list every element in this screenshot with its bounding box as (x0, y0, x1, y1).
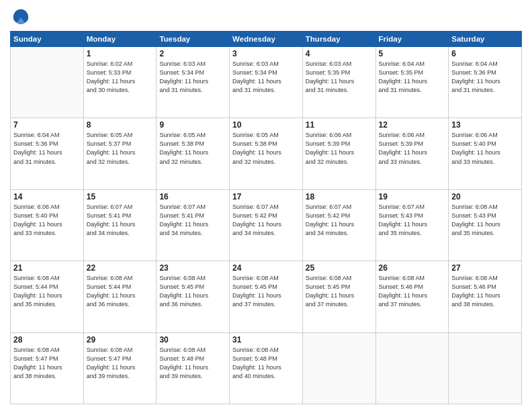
week-row-2: 14Sunrise: 6:06 AM Sunset: 5:40 PM Dayli… (11, 189, 522, 261)
day-number: 21 (13, 263, 81, 273)
day-cell-13: 13Sunrise: 6:06 AM Sunset: 5:40 PM Dayli… (449, 118, 522, 189)
empty-cell (302, 332, 375, 404)
day-cell-4: 4Sunrise: 6:03 AM Sunset: 5:35 PM Daylig… (302, 47, 375, 118)
day-cell-27: 27Sunrise: 6:08 AM Sunset: 5:46 PM Dayli… (449, 261, 522, 332)
day-cell-31: 31Sunrise: 6:08 AM Sunset: 5:48 PM Dayli… (230, 332, 303, 404)
day-number: 13 (451, 120, 519, 130)
day-cell-3: 3Sunrise: 6:03 AM Sunset: 5:34 PM Daylig… (230, 47, 303, 118)
day-number: 25 (306, 263, 373, 273)
day-number: 10 (232, 120, 300, 130)
day-info: Sunrise: 6:07 AM Sunset: 5:41 PM Dayligh… (159, 203, 226, 238)
day-cell-29: 29Sunrise: 6:08 AM Sunset: 5:47 PM Dayli… (83, 332, 157, 404)
day-info: Sunrise: 6:04 AM Sunset: 5:35 PM Dayligh… (379, 60, 446, 95)
day-cell-25: 25Sunrise: 6:08 AM Sunset: 5:45 PM Dayli… (302, 261, 375, 332)
day-cell-12: 12Sunrise: 6:06 AM Sunset: 5:39 PM Dayli… (375, 118, 449, 189)
day-cell-30: 30Sunrise: 6:08 AM Sunset: 5:48 PM Dayli… (157, 332, 230, 404)
day-number: 17 (232, 192, 300, 201)
day-info: Sunrise: 6:08 AM Sunset: 5:45 PM Dayligh… (232, 274, 300, 309)
day-info: Sunrise: 6:03 AM Sunset: 5:35 PM Dayligh… (306, 60, 373, 95)
day-info: Sunrise: 6:06 AM Sunset: 5:40 PM Dayligh… (13, 203, 81, 238)
calendar-table: SundayMondayTuesdayWednesdayThursdayFrid… (10, 31, 522, 404)
day-info: Sunrise: 6:02 AM Sunset: 5:33 PM Dayligh… (87, 60, 154, 95)
header (10, 7, 522, 26)
day-info: Sunrise: 6:03 AM Sunset: 5:34 PM Dayligh… (232, 60, 300, 95)
day-cell-22: 22Sunrise: 6:08 AM Sunset: 5:44 PM Dayli… (83, 261, 157, 332)
day-cell-15: 15Sunrise: 6:07 AM Sunset: 5:41 PM Dayli… (83, 189, 157, 261)
day-number: 31 (232, 335, 300, 345)
day-number: 30 (159, 335, 226, 345)
header-wednesday: Wednesday (230, 32, 303, 47)
empty-cell (375, 332, 449, 404)
day-info: Sunrise: 6:08 AM Sunset: 5:47 PM Dayligh… (13, 346, 81, 381)
week-row-0: 1Sunrise: 6:02 AM Sunset: 5:33 PM Daylig… (11, 47, 522, 118)
header-thursday: Thursday (302, 32, 375, 47)
day-info: Sunrise: 6:08 AM Sunset: 5:45 PM Dayligh… (306, 274, 373, 309)
day-cell-17: 17Sunrise: 6:07 AM Sunset: 5:42 PM Dayli… (230, 189, 303, 261)
logo-icon (11, 7, 30, 26)
day-info: Sunrise: 6:04 AM Sunset: 5:36 PM Dayligh… (13, 131, 81, 166)
day-number: 20 (451, 192, 519, 201)
day-number: 12 (379, 120, 446, 130)
day-number: 2 (159, 49, 226, 58)
day-info: Sunrise: 6:07 AM Sunset: 5:41 PM Dayligh… (87, 203, 154, 238)
day-cell-28: 28Sunrise: 6:08 AM Sunset: 5:47 PM Dayli… (11, 332, 84, 404)
day-cell-7: 7Sunrise: 6:04 AM Sunset: 5:36 PM Daylig… (11, 118, 84, 189)
empty-cell (449, 332, 522, 404)
header-sunday: Sunday (11, 32, 84, 47)
day-info: Sunrise: 6:08 AM Sunset: 5:48 PM Dayligh… (159, 346, 226, 381)
week-row-4: 28Sunrise: 6:08 AM Sunset: 5:47 PM Dayli… (11, 332, 522, 404)
day-number: 15 (87, 192, 154, 201)
day-number: 7 (13, 120, 81, 130)
day-info: Sunrise: 6:08 AM Sunset: 5:43 PM Dayligh… (451, 203, 519, 238)
day-cell-16: 16Sunrise: 6:07 AM Sunset: 5:41 PM Dayli… (157, 189, 230, 261)
day-number: 22 (87, 263, 154, 273)
day-info: Sunrise: 6:04 AM Sunset: 5:36 PM Dayligh… (451, 60, 519, 95)
day-info: Sunrise: 6:06 AM Sunset: 5:39 PM Dayligh… (306, 131, 373, 166)
day-cell-11: 11Sunrise: 6:06 AM Sunset: 5:39 PM Dayli… (302, 118, 375, 189)
day-cell-10: 10Sunrise: 6:05 AM Sunset: 5:38 PM Dayli… (230, 118, 303, 189)
day-info: Sunrise: 6:08 AM Sunset: 5:46 PM Dayligh… (379, 274, 446, 309)
day-info: Sunrise: 6:08 AM Sunset: 5:44 PM Dayligh… (13, 274, 81, 309)
day-number: 18 (306, 192, 373, 201)
day-cell-24: 24Sunrise: 6:08 AM Sunset: 5:45 PM Dayli… (230, 261, 303, 332)
header-tuesday: Tuesday (157, 32, 230, 47)
header-saturday: Saturday (449, 32, 522, 47)
day-info: Sunrise: 6:05 AM Sunset: 5:38 PM Dayligh… (159, 131, 226, 166)
day-info: Sunrise: 6:08 AM Sunset: 5:45 PM Dayligh… (159, 274, 226, 309)
day-number: 8 (87, 120, 154, 130)
day-info: Sunrise: 6:08 AM Sunset: 5:47 PM Dayligh… (87, 346, 154, 381)
day-number: 14 (13, 192, 81, 201)
header-monday: Monday (83, 32, 157, 47)
day-cell-20: 20Sunrise: 6:08 AM Sunset: 5:43 PM Dayli… (449, 189, 522, 261)
header-friday: Friday (375, 32, 449, 47)
day-number: 1 (87, 49, 154, 58)
day-cell-21: 21Sunrise: 6:08 AM Sunset: 5:44 PM Dayli… (11, 261, 84, 332)
day-info: Sunrise: 6:03 AM Sunset: 5:34 PM Dayligh… (159, 60, 226, 95)
day-number: 5 (379, 49, 446, 58)
day-number: 9 (159, 120, 226, 130)
page: SundayMondayTuesdayWednesdayThursdayFrid… (0, 0, 532, 411)
day-number: 6 (451, 49, 519, 58)
day-number: 19 (379, 192, 446, 201)
day-number: 28 (13, 335, 81, 345)
day-cell-9: 9Sunrise: 6:05 AM Sunset: 5:38 PM Daylig… (157, 118, 230, 189)
day-cell-26: 26Sunrise: 6:08 AM Sunset: 5:46 PM Dayli… (375, 261, 449, 332)
day-info: Sunrise: 6:08 AM Sunset: 5:44 PM Dayligh… (87, 274, 154, 309)
day-info: Sunrise: 6:07 AM Sunset: 5:43 PM Dayligh… (379, 203, 446, 238)
day-info: Sunrise: 6:08 AM Sunset: 5:48 PM Dayligh… (232, 346, 300, 381)
week-row-1: 7Sunrise: 6:04 AM Sunset: 5:36 PM Daylig… (11, 118, 522, 189)
week-row-3: 21Sunrise: 6:08 AM Sunset: 5:44 PM Dayli… (11, 261, 522, 332)
day-info: Sunrise: 6:07 AM Sunset: 5:42 PM Dayligh… (232, 203, 300, 238)
day-info: Sunrise: 6:06 AM Sunset: 5:40 PM Dayligh… (451, 131, 519, 166)
day-number: 27 (451, 263, 519, 273)
logo (10, 9, 30, 26)
day-info: Sunrise: 6:05 AM Sunset: 5:38 PM Dayligh… (232, 131, 300, 166)
day-cell-19: 19Sunrise: 6:07 AM Sunset: 5:43 PM Dayli… (375, 189, 449, 261)
day-info: Sunrise: 6:05 AM Sunset: 5:37 PM Dayligh… (87, 131, 154, 166)
day-cell-18: 18Sunrise: 6:07 AM Sunset: 5:42 PM Dayli… (302, 189, 375, 261)
day-cell-5: 5Sunrise: 6:04 AM Sunset: 5:35 PM Daylig… (375, 47, 449, 118)
day-info: Sunrise: 6:07 AM Sunset: 5:42 PM Dayligh… (306, 203, 373, 238)
day-number: 29 (87, 335, 154, 345)
day-cell-2: 2Sunrise: 6:03 AM Sunset: 5:34 PM Daylig… (157, 47, 230, 118)
day-number: 16 (159, 192, 226, 201)
